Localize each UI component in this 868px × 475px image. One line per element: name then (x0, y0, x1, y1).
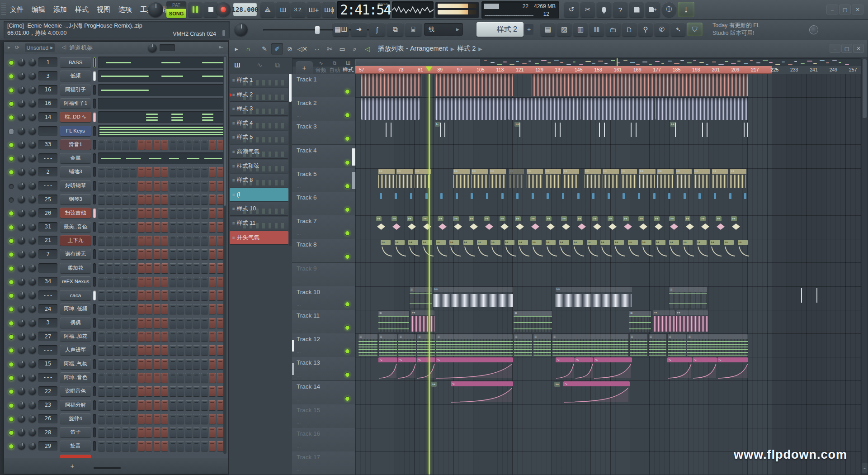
filter-tab-2[interactable]: ⧉自动 (328, 60, 341, 74)
step-cell[interactable] (185, 400, 192, 410)
snap-selector[interactable]: 线 ▶ (424, 23, 463, 36)
step-cell[interactable] (130, 263, 137, 273)
channel-led[interactable] (9, 142, 14, 148)
volume-knob[interactable] (28, 58, 36, 66)
step-cell[interactable] (217, 249, 224, 259)
audio-tick-clip[interactable] (744, 193, 746, 199)
audio-clip[interactable]: ↦VO..6 (472, 169, 488, 191)
step-cell[interactable] (114, 386, 121, 396)
step-cell[interactable] (170, 290, 176, 300)
cymbal-clip[interactable]: ↦ (642, 240, 651, 245)
step-cell[interactable] (130, 181, 137, 191)
channel-button[interactable]: 柔加花 (60, 263, 91, 273)
channel-button[interactable]: 铺地3 (60, 166, 91, 177)
menu-item-4[interactable]: 样式 (75, 5, 89, 14)
step-cell[interactable] (185, 208, 192, 218)
track-options-dots[interactable]: ⋯ (297, 468, 302, 473)
step-cell[interactable] (185, 263, 192, 273)
playlist-pattern-crumb[interactable]: 样式 2 (457, 45, 476, 52)
step-cell[interactable] (146, 140, 152, 150)
track-lane[interactable]: ↦VO..6↦VO..6↦VO..6↦VO..6↦VO..6↦VO..6↦V..… (355, 168, 863, 192)
step-cell[interactable] (122, 195, 129, 204)
step-cell[interactable] (193, 318, 200, 328)
rack-play-icon[interactable]: ▸ (8, 44, 10, 50)
menu-item-2[interactable]: 编辑 (32, 5, 45, 14)
typing-keyboard-button[interactable]: ▦Ш (333, 23, 349, 36)
mini-pattern-clip[interactable]: ↦ (469, 216, 475, 221)
step-cell[interactable] (146, 359, 152, 369)
pan-knob[interactable] (18, 401, 25, 409)
step-cell[interactable] (209, 236, 216, 246)
step-cell[interactable] (154, 236, 160, 246)
channel-number[interactable]: --- (38, 126, 57, 136)
cymbal-clip[interactable]: ↦ (381, 240, 391, 245)
channel-led[interactable] (9, 238, 14, 244)
step-cell[interactable] (106, 167, 113, 177)
audio-tick-clip[interactable] (380, 193, 382, 199)
channel-button[interactable]: 扫弦吉他 (60, 208, 91, 218)
cymbal-clip[interactable]: ↦ (518, 240, 528, 245)
cpu-memory-panel[interactable]: 22 4269 MB 12 (481, 1, 559, 19)
channel-led[interactable] (9, 444, 14, 449)
audio-clip[interactable]: ↦R9 (556, 287, 632, 309)
audio-tick-clip[interactable] (638, 193, 640, 199)
pat-label[interactable]: PAT (166, 1, 186, 9)
audio-strip-clip[interactable] (361, 74, 421, 96)
channel-number[interactable]: --- (38, 290, 57, 300)
pattern-clip[interactable]: ≡样..2 (648, 334, 667, 356)
volume-knob[interactable] (28, 209, 36, 217)
step-cell[interactable] (98, 236, 105, 246)
audio-tick-clip[interactable] (471, 193, 473, 199)
cymbal-clip[interactable]: ↦ (491, 240, 500, 245)
pan-knob[interactable] (18, 209, 25, 217)
step-cell[interactable] (138, 222, 145, 232)
step-cell[interactable] (177, 167, 184, 177)
audio-clip[interactable]: ↦V..6 (509, 169, 524, 191)
track-led[interactable] (345, 349, 350, 354)
arrangement-lanes[interactable]: I-↦↦↦VO..6↦VO..6↦VO..6↦VO..6↦VO..6↦VO..6… (355, 74, 863, 475)
pattern-clip[interactable]: ≡样..2 (533, 334, 552, 356)
step-cell[interactable] (130, 428, 137, 437)
audio-clip[interactable]: ↦..on) (676, 310, 708, 332)
clip-tick[interactable] (560, 123, 561, 137)
track-lane[interactable] (355, 145, 863, 169)
step-cell[interactable] (161, 290, 168, 300)
pattern-list-item[interactable]: ≡高潮气氛 (230, 145, 288, 158)
step-cell[interactable] (217, 236, 224, 246)
step-cell[interactable] (106, 332, 113, 342)
pan-knob[interactable] (18, 264, 25, 272)
channel-button[interactable]: caca (60, 290, 91, 300)
step-cell[interactable] (138, 345, 145, 355)
channel-led[interactable] (9, 417, 14, 422)
swing-display[interactable] (160, 44, 175, 51)
pan-knob[interactable] (18, 360, 25, 368)
touch-controller-button[interactable]: ⌸ (405, 23, 421, 36)
channel-button[interactable]: 旋律4 (60, 413, 91, 424)
track-lane[interactable]: ≡样..1≡样..2≡样..2≡样..1≡样式 3≡样..2≡样..2≡样式 3… (355, 333, 863, 357)
audio-tick-clip[interactable] (577, 193, 580, 199)
track-options-dots[interactable]: ⋯ (297, 232, 302, 237)
mini-pattern-clip[interactable]: ↦ (515, 216, 521, 221)
step-cell[interactable] (209, 222, 216, 232)
step-cell[interactable] (106, 400, 113, 410)
step-cell[interactable] (201, 428, 208, 437)
channel-button[interactable]: 好听钢琴 (60, 180, 91, 191)
step-cell[interactable] (161, 441, 168, 451)
playhead-marker-icon[interactable] (426, 66, 432, 71)
channel-button[interactable]: 人声进军 (60, 345, 91, 355)
step-cell[interactable] (209, 318, 216, 328)
step-cell[interactable] (161, 181, 168, 191)
pattern-list-item[interactable]: ≡样式 1 (230, 74, 288, 87)
step-cell[interactable] (193, 386, 200, 396)
step-cell[interactable] (177, 400, 184, 410)
step-cell[interactable] (130, 140, 137, 150)
mini-pattern-clip[interactable]: ↦ (438, 216, 443, 221)
track-led[interactable] (345, 396, 350, 401)
plugin-database-button[interactable]: ⚲ (638, 23, 653, 36)
step-cell[interactable] (98, 345, 105, 355)
step-cell[interactable] (154, 400, 160, 410)
update-notification[interactable]: Today 有更新的 FL Studio 版本可用! (712, 22, 803, 37)
clip-tick[interactable] (816, 288, 817, 303)
step-cell[interactable] (185, 373, 192, 383)
step-cell[interactable] (114, 441, 121, 451)
